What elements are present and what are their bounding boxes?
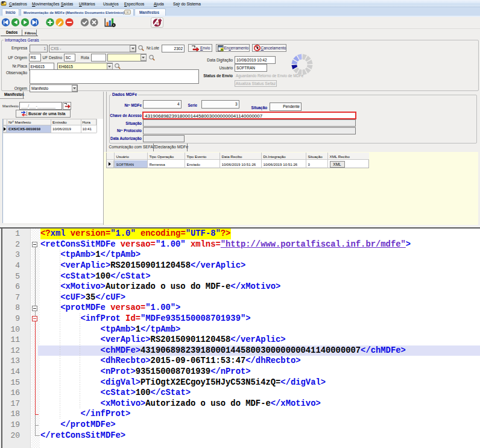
svg-text:4: 4	[156, 19, 160, 26]
